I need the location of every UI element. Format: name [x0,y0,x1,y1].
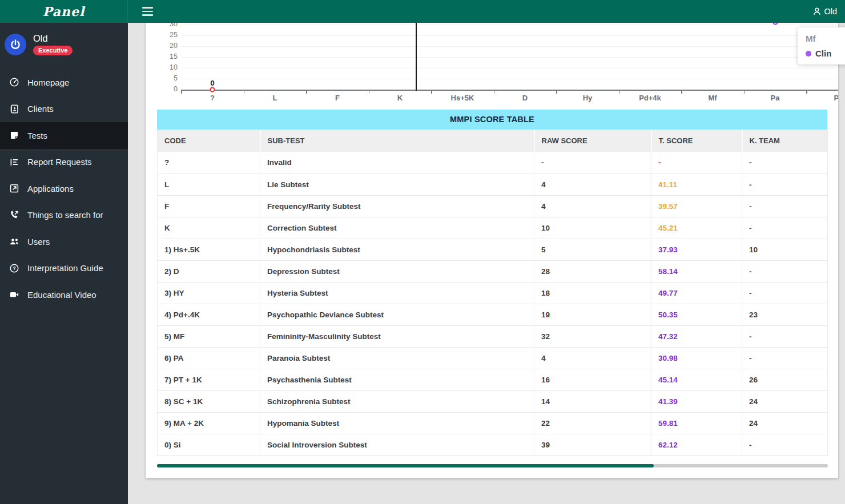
cell-t-score: 58.14 [651,260,742,282]
sidebar-item-educational-video[interactable]: Educational Video [0,281,128,308]
sidebar-item-users[interactable]: Users [0,228,128,255]
cell-code: 7) PT + 1K [158,369,260,390]
cell-t-score: 49.77 [651,282,742,304]
cell-code: 9) MA + 2K [158,412,260,434]
cell-t-score: 59.81 [651,412,742,434]
chart-tooltip: Mf Clin [798,27,845,64]
table-row: 6) PAParanoia Subtest430.98- [158,347,828,369]
cell-k-team: - [742,434,828,455]
cell-code: K [158,217,260,239]
cell-k-team: 24 [742,412,828,434]
table-row: ?Invalid--- [158,152,828,174]
sidebar-item-label: Homepage [27,78,69,87]
cell-subtest: Lie Subtest [260,174,534,195]
cell-code: L [158,174,260,195]
cell-raw-score: 10 [534,217,651,239]
x-axis-tick [369,91,370,94]
x-axis-category-label: Pa [771,94,780,102]
cell-raw-score: 16 [534,369,651,390]
video-icon [9,289,19,300]
question-circle-icon: ? [9,263,19,273]
cell-raw-score: 32 [534,325,651,347]
cell-k-team: - [742,195,828,217]
sidebar-user-panel: Old Executive [0,23,128,67]
x-axis-tick [806,91,807,94]
x-axis-category-label: Hy [583,94,593,102]
phone-volume-icon [9,209,19,220]
app-logo[interactable]: Panel [0,0,128,23]
sidebar-item-report-requests[interactable]: Report Requests [0,149,128,176]
cell-subtest: Femininity-Masculinity Subtest [260,325,534,347]
x-axis-tick [556,91,557,94]
address-book-icon [9,103,19,114]
header-user-menu[interactable]: Old [812,0,837,23]
column-header: K. TEAM [742,130,828,152]
x-axis-tick [431,91,432,94]
sidebar-item-label: Clients [27,104,54,114]
cell-code: 3) HY [158,282,260,304]
x-axis-tick [181,91,182,94]
mmpi-profile-chart: 302520151050?LFKHs+5KDHyPd+4kMfPaPt0 [146,23,838,107]
sidebar-item-clients[interactable]: Clients [0,96,128,123]
table-row: 1) Hs+.5KHypochondriasis Subtest537.9310 [158,239,828,260]
person-icon [812,7,822,16]
cell-t-score: 39.57 [651,195,742,217]
cell-code: 5) MF [158,325,260,347]
series-dot-icon [806,51,811,57]
table-row: LLie Subtest441.11- [158,174,828,195]
cell-raw-score: 5 [534,239,651,260]
y-axis-tick-label: 25 [157,31,178,39]
cell-raw-score: 19 [534,304,651,325]
content-card: 302520151050?LFKHs+5KDHyPd+4kMfPaPt0 Mf … [146,23,838,478]
cell-raw-score: 4 [534,347,651,369]
cell-code: 8) SC + 1K [158,390,260,412]
x-axis-category-label: D [522,94,528,102]
hamburger-menu-icon[interactable] [135,0,160,23]
cell-k-team: 26 [742,369,828,390]
sidebar-item-interpretation-guide[interactable]: ?Interpretation Guide [0,255,128,282]
cell-k-team: - [742,325,828,347]
chart-tooltip-series: Clin [815,49,831,58]
validity-clinical-separator-line [416,23,417,91]
data-point-label: 0 [210,79,214,87]
cell-t-score: 37.93 [651,239,742,260]
horizontal-scrollbar-track[interactable] [157,464,828,467]
sidebar-item-homepage[interactable]: Homepage [0,69,128,96]
horizontal-scrollbar-thumb[interactable] [157,464,654,467]
x-axis-tick [306,91,307,94]
y-axis-tick-label: 5 [157,74,178,82]
cell-raw-score: 22 [534,412,651,434]
sidebar-item-tests[interactable]: Tests [0,122,128,149]
cell-subtest: Depression Subtest [260,260,534,282]
cell-raw-score: - [534,152,651,174]
column-header: T. SCORE [651,130,742,152]
cell-raw-score: 4 [534,174,651,195]
cell-t-score: 62.12 [651,434,742,455]
score-table: CODESUB-TESTRAW SCORET. SCOREK. TEAM ?In… [157,130,828,456]
sidebar-item-applications[interactable]: Applications [0,175,128,202]
gridline [181,68,838,68]
sidebar-item-things-to-search-for[interactable]: Things to search for [0,202,128,229]
score-table-header-row: CODESUB-TESTRAW SCORET. SCOREK. TEAM [158,130,828,152]
sidebar-item-label: Interpretation Guide [27,263,103,273]
x-axis-category-label: K [397,94,403,102]
table-row: KCorrection Subtest1045.21- [158,217,828,239]
cell-k-team: - [742,217,828,239]
sidebar-item-label: Applications [27,184,74,193]
y-axis-tick-label: 10 [157,63,178,71]
table-row: 0) SiSocial Introversion Subtest3962.12- [158,434,828,455]
cell-k-team: - [742,260,828,282]
x-axis-category-label: Hs+5K [451,94,474,102]
x-axis-tick [681,91,682,94]
cell-subtest: Schizophrenia Subtest [260,390,534,412]
cell-subtest: Hysteria Subtest [260,282,534,304]
x-axis-tick [494,91,495,94]
cell-subtest: Invalid [260,152,534,174]
table-row: 8) SC + 1KSchizophrenia Subtest1441.3924 [158,390,828,412]
sidebar-item-label: Educational Video [27,290,96,300]
cell-t-score: 41.11 [651,174,742,195]
cell-k-team: 23 [742,304,828,325]
data-point-validity[interactable] [210,87,215,92]
cell-subtest: Hypochondriasis Subtest [260,239,534,260]
cell-subtest: Psychasthenia Subtest [260,369,534,390]
